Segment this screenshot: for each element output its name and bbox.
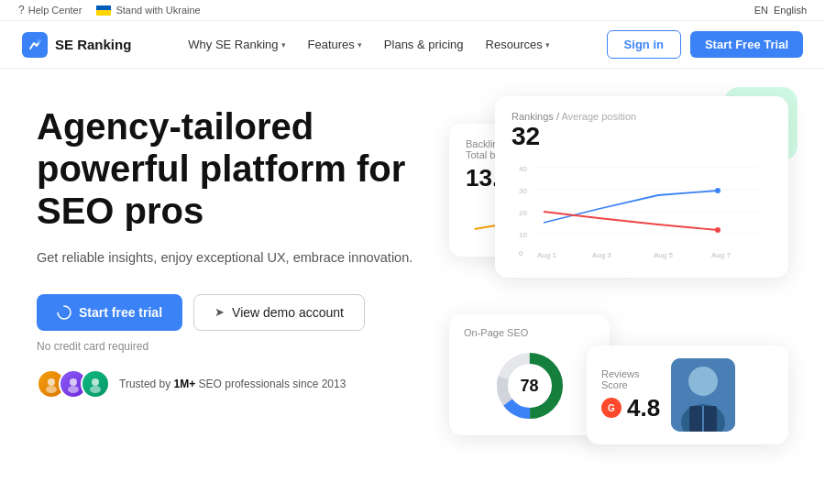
reviews-score-row: G 4.8 [601,394,660,422]
rankings-card-header: Rankings / Average position [512,111,772,122]
trust-avatars [37,369,110,399]
svg-point-22 [715,227,720,233]
hero-buttons: Start free trial ➤ View demo account [37,294,422,331]
logo-icon [22,32,48,58]
stand-with-ukraine: Stand with Ukraine [96,5,200,16]
svg-point-4 [70,378,77,386]
logo[interactable]: SE Ranking [22,32,131,58]
logo-text: SE Ranking [55,37,131,52]
svg-text:0: 0 [519,249,523,257]
nav-actions: Sign in Start Free Trial [607,30,803,59]
svg-text:20: 20 [519,209,527,217]
svg-point-29 [688,367,718,396]
chevron-down-icon: ▾ [545,40,550,49]
signin-button[interactable]: Sign in [607,30,681,59]
start-free-trial-button[interactable]: Start Free Trial [690,31,803,58]
onpage-donut: 78 [493,349,566,422]
hero-title: Agency-tailored powerful platform for SE… [37,105,422,232]
onpage-score: 78 [520,377,538,396]
trust-row: Trusted by 1M+ SEO professionals since 2… [37,369,422,399]
chevron-down-icon: ▾ [281,40,286,49]
top-bar-right: EN English [754,5,807,16]
help-center-link[interactable]: ? Help Center [18,4,82,16]
hero-right: Backlink checker / Total backlinks 13.9M… [449,96,788,463]
no-credit-text: No credit card required [37,340,422,353]
refresh-icon [57,305,72,320]
svg-text:Aug 7: Aug 7 [711,251,731,259]
nav-resources[interactable]: Resources ▾ [486,38,550,51]
svg-point-3 [46,386,57,393]
svg-point-6 [92,378,99,386]
svg-point-2 [48,378,55,386]
hero-subtitle: Get reliable insights, enjoy exceptional… [37,248,422,268]
lang-select[interactable]: English [774,5,807,16]
svg-text:40: 40 [519,165,527,173]
person-avatar [671,358,735,432]
top-bar: ? Help Center Stand with Ukraine EN Engl… [0,0,825,21]
svg-text:10: 10 [519,231,527,239]
start-trial-hero-button[interactable]: Start free trial [37,294,182,331]
reviews-card: ReviewsScore G 4.8 [587,345,788,444]
ukraine-flag-icon [96,5,111,16]
avatar [81,369,110,399]
top-bar-left: ? Help Center Stand with Ukraine [18,4,201,16]
trust-text: Trusted by 1M+ SEO professionals since 2… [119,378,346,390]
hero-left: Agency-tailored powerful platform for SE… [37,96,422,399]
svg-point-5 [68,386,79,393]
lang-code: EN [754,5,768,16]
reviews-score: 4.8 [627,394,660,422]
svg-point-0 [38,39,41,43]
svg-point-21 [715,188,720,193]
nav-why-se-ranking[interactable]: Why SE Ranking ▾ [188,38,285,51]
reviews-info: ReviewsScore G 4.8 [601,368,660,422]
svg-point-7 [90,386,101,393]
onpage-card-label: On-Page SEO [464,327,595,338]
navbar: SE Ranking Why SE Ranking ▾ Features ▾ P… [0,21,825,69]
svg-text:Aug 5: Aug 5 [654,251,673,259]
send-icon: ➤ [214,305,225,319]
onpage-card: On-Page SEO 78 [449,314,610,435]
nav-links: Why SE Ranking ▾ Features ▾ Plans & pric… [188,38,549,51]
chevron-down-icon: ▾ [358,40,362,49]
hero-section: Agency-tailored powerful platform for SE… [0,69,825,481]
rankings-card: Rankings / Average position 32 40 30 20 … [495,96,788,278]
g2-badge: G [601,398,622,418]
nav-features[interactable]: Features ▾ [308,38,362,51]
rankings-card-value: 32 [512,122,772,151]
svg-text:30: 30 [519,187,527,195]
rankings-chart: 40 30 20 10 0 Aug 1 Aug 3 Aug 5 Aug 7 [512,159,768,259]
view-demo-button[interactable]: ➤ View demo account [193,294,365,331]
nav-plans-pricing[interactable]: Plans & pricing [384,38,464,51]
svg-point-1 [58,306,71,319]
svg-text:Aug 1: Aug 1 [537,251,556,259]
svg-text:Aug 3: Aug 3 [592,251,611,259]
reviews-label: ReviewsScore [601,368,660,390]
